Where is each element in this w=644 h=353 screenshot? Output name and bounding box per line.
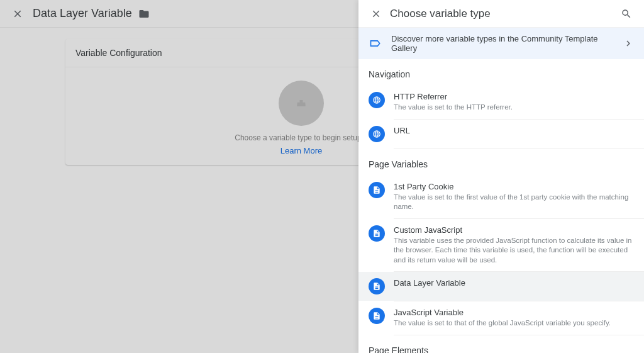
option-desc: The value is set to the HTTP referrer. xyxy=(394,103,634,113)
document-icon xyxy=(369,225,385,242)
option-name: Custom JavaScript xyxy=(394,225,634,235)
section-title-page-variables: Page Variables xyxy=(358,149,644,176)
option-desc: The value is set to that of the global J… xyxy=(394,318,634,328)
option-name: URL xyxy=(394,126,634,135)
section-title-navigation: Navigation xyxy=(358,59,644,86)
option-1st-party-cookie[interactable]: 1st Party Cookie The value is set to the… xyxy=(358,176,644,218)
document-icon xyxy=(369,182,385,198)
option-name: Data Layer Variable xyxy=(394,278,634,288)
option-url[interactable]: URL xyxy=(358,120,644,148)
option-name: HTTP Referrer xyxy=(394,92,634,101)
globe-icon xyxy=(369,126,385,142)
community-template-banner[interactable]: Discover more variable types in the Comm… xyxy=(358,28,644,59)
search-button[interactable] xyxy=(614,1,639,26)
option-custom-javascript[interactable]: Custom JavaScript This variable uses the… xyxy=(358,219,644,272)
option-name: JavaScript Variable xyxy=(394,308,634,317)
banner-text: Discover more variable types in the Comm… xyxy=(391,34,623,53)
options-scroll[interactable]: Navigation HTTP Referrer The value is se… xyxy=(358,59,644,353)
option-http-referrer[interactable]: HTTP Referrer The value is set to the HT… xyxy=(358,86,644,119)
variable-type-drawer: Choose variable type Discover more varia… xyxy=(358,0,644,353)
close-icon xyxy=(370,8,382,20)
chevron-right-icon xyxy=(623,38,634,49)
section-title-page-elements: Page Elements xyxy=(358,335,644,353)
drawer-title: Choose variable type xyxy=(390,8,614,20)
option-data-layer-variable[interactable]: Data Layer Variable xyxy=(358,272,644,301)
drawer-close-button[interactable] xyxy=(364,1,389,26)
globe-icon xyxy=(369,92,385,108)
option-desc: This variable uses the provided JavaScri… xyxy=(394,236,634,266)
label-icon xyxy=(369,36,382,50)
option-javascript-variable[interactable]: JavaScript Variable The value is set to … xyxy=(358,301,644,335)
document-icon xyxy=(369,308,385,324)
option-name: 1st Party Cookie xyxy=(394,182,634,191)
search-icon xyxy=(621,8,632,20)
document-icon xyxy=(369,278,385,294)
option-desc: The value is set to the first value of t… xyxy=(394,193,634,212)
drawer-header: Choose variable type xyxy=(358,0,644,28)
